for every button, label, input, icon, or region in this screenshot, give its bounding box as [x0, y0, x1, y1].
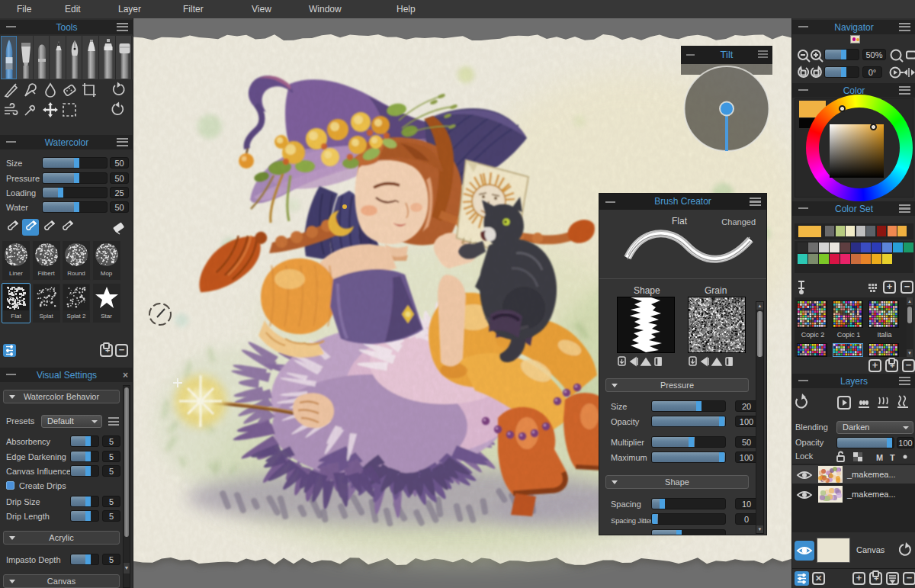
svg-text:T: T	[890, 453, 895, 462]
svg-text:M: M	[876, 453, 883, 462]
